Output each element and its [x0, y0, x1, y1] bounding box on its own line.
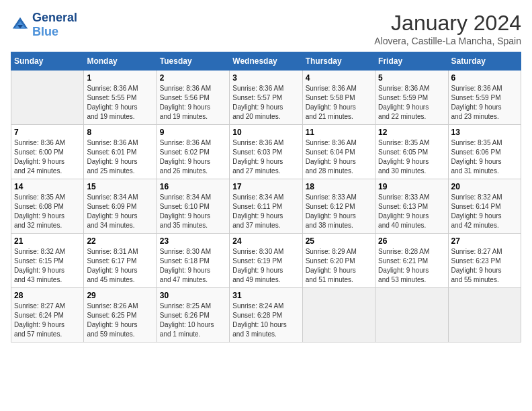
day-info: Sunrise: 8:36 AM Sunset: 5:56 PM Dayligh… [160, 84, 226, 122]
day-number: 20 [451, 182, 518, 191]
table-row [11, 71, 84, 125]
col-friday: Friday [375, 52, 448, 71]
day-number: 8 [87, 128, 153, 137]
calendar-title: January 2024 [374, 11, 521, 36]
calendar-week-row: 28Sunrise: 8:27 AM Sunset: 6:24 PM Dayli… [11, 288, 521, 342]
day-number: 6 [451, 73, 518, 83]
table-row: 29Sunrise: 8:26 AM Sunset: 6:25 PM Dayli… [84, 288, 157, 342]
day-info: Sunrise: 8:32 AM Sunset: 6:14 PM Dayligh… [451, 193, 518, 230]
col-wednesday: Wednesday [230, 52, 302, 71]
col-thursday: Thursday [302, 52, 375, 71]
calendar-table: Sunday Monday Tuesday Wednesday Thursday… [11, 52, 521, 342]
table-row [448, 288, 521, 342]
day-number: 21 [14, 236, 81, 246]
day-number: 3 [232, 73, 299, 83]
table-row: 12Sunrise: 8:35 AM Sunset: 6:05 PM Dayli… [375, 125, 448, 179]
day-info: Sunrise: 8:36 AM Sunset: 6:02 PM Dayligh… [160, 138, 226, 176]
day-number: 28 [14, 291, 81, 300]
day-info: Sunrise: 8:36 AM Sunset: 6:03 PM Dayligh… [232, 138, 299, 176]
col-monday: Monday [84, 52, 157, 71]
table-row [302, 288, 375, 342]
table-row: 8Sunrise: 8:36 AM Sunset: 6:01 PM Daylig… [84, 125, 157, 179]
day-info: Sunrise: 8:31 AM Sunset: 6:17 PM Dayligh… [87, 247, 153, 285]
day-info: Sunrise: 8:36 AM Sunset: 6:01 PM Dayligh… [87, 138, 153, 176]
day-number: 22 [87, 236, 153, 246]
table-row: 10Sunrise: 8:36 AM Sunset: 6:03 PM Dayli… [230, 125, 302, 179]
col-saturday: Saturday [448, 52, 521, 71]
day-number: 16 [160, 182, 226, 191]
day-number: 14 [14, 182, 81, 191]
day-info: Sunrise: 8:34 AM Sunset: 6:09 PM Dayligh… [87, 193, 153, 230]
day-number: 11 [306, 128, 372, 137]
day-info: Sunrise: 8:24 AM Sunset: 6:28 PM Dayligh… [232, 302, 299, 339]
day-number: 18 [306, 182, 372, 191]
day-info: Sunrise: 8:28 AM Sunset: 6:21 PM Dayligh… [378, 247, 445, 285]
day-info: Sunrise: 8:36 AM Sunset: 5:59 PM Dayligh… [451, 84, 518, 122]
table-row: 19Sunrise: 8:33 AM Sunset: 6:13 PM Dayli… [375, 179, 448, 234]
day-info: Sunrise: 8:29 AM Sunset: 6:20 PM Dayligh… [306, 247, 372, 285]
table-row: 3Sunrise: 8:36 AM Sunset: 5:57 PM Daylig… [230, 71, 302, 125]
day-number: 4 [306, 73, 372, 83]
day-info: Sunrise: 8:30 AM Sunset: 6:19 PM Dayligh… [232, 247, 299, 285]
day-info: Sunrise: 8:36 AM Sunset: 5:57 PM Dayligh… [232, 84, 299, 122]
day-info: Sunrise: 8:35 AM Sunset: 6:05 PM Dayligh… [378, 138, 445, 176]
day-info: Sunrise: 8:36 AM Sunset: 5:58 PM Dayligh… [306, 84, 372, 122]
table-row: 25Sunrise: 8:29 AM Sunset: 6:20 PM Dayli… [302, 234, 375, 288]
day-number: 13 [451, 128, 518, 137]
table-row: 4Sunrise: 8:36 AM Sunset: 5:58 PM Daylig… [302, 71, 375, 125]
logo: General Blue [11, 11, 77, 39]
day-info: Sunrise: 8:33 AM Sunset: 6:12 PM Dayligh… [306, 193, 372, 230]
logo-icon [11, 15, 30, 34]
table-row: 24Sunrise: 8:30 AM Sunset: 6:19 PM Dayli… [230, 234, 302, 288]
calendar-week-row: 1Sunrise: 8:36 AM Sunset: 5:55 PM Daylig… [11, 71, 521, 125]
col-sunday: Sunday [11, 52, 84, 71]
day-number: 27 [451, 236, 518, 246]
day-number: 26 [378, 236, 445, 246]
calendar-week-row: 7Sunrise: 8:36 AM Sunset: 6:00 PM Daylig… [11, 125, 521, 179]
table-row: 6Sunrise: 8:36 AM Sunset: 5:59 PM Daylig… [448, 71, 521, 125]
day-number: 10 [232, 128, 299, 137]
day-number: 25 [306, 236, 372, 246]
table-row: 23Sunrise: 8:30 AM Sunset: 6:18 PM Dayli… [157, 234, 229, 288]
table-row: 14Sunrise: 8:35 AM Sunset: 6:08 PM Dayli… [11, 179, 84, 234]
table-row: 7Sunrise: 8:36 AM Sunset: 6:00 PM Daylig… [11, 125, 84, 179]
table-row: 20Sunrise: 8:32 AM Sunset: 6:14 PM Dayli… [448, 179, 521, 234]
day-number: 15 [87, 182, 153, 191]
day-number: 31 [232, 291, 299, 300]
calendar-subtitle: Alovera, Castille-La Mancha, Spain [374, 36, 521, 46]
day-info: Sunrise: 8:27 AM Sunset: 6:24 PM Dayligh… [14, 302, 81, 339]
table-row [375, 288, 448, 342]
logo-text: General Blue [32, 11, 77, 39]
day-info: Sunrise: 8:30 AM Sunset: 6:18 PM Dayligh… [160, 247, 226, 285]
day-info: Sunrise: 8:27 AM Sunset: 6:23 PM Dayligh… [451, 247, 518, 285]
title-section: January 2024 Alovera, Castille-La Mancha… [374, 11, 521, 46]
day-info: Sunrise: 8:26 AM Sunset: 6:25 PM Dayligh… [87, 302, 153, 339]
day-number: 12 [378, 128, 445, 137]
table-row: 5Sunrise: 8:36 AM Sunset: 5:59 PM Daylig… [375, 71, 448, 125]
day-number: 1 [87, 73, 153, 83]
calendar-header-row: Sunday Monday Tuesday Wednesday Thursday… [11, 52, 521, 71]
day-number: 7 [14, 128, 81, 137]
table-row: 18Sunrise: 8:33 AM Sunset: 6:12 PM Dayli… [302, 179, 375, 234]
day-info: Sunrise: 8:36 AM Sunset: 5:59 PM Dayligh… [378, 84, 445, 122]
day-number: 19 [378, 182, 445, 191]
table-row: 2Sunrise: 8:36 AM Sunset: 5:56 PM Daylig… [157, 71, 229, 125]
day-info: Sunrise: 8:25 AM Sunset: 6:26 PM Dayligh… [160, 302, 226, 339]
day-info: Sunrise: 8:34 AM Sunset: 6:11 PM Dayligh… [232, 193, 299, 230]
page-header: General Blue January 2024 Alovera, Casti… [11, 11, 521, 46]
day-info: Sunrise: 8:34 AM Sunset: 6:10 PM Dayligh… [160, 193, 226, 230]
table-row: 22Sunrise: 8:31 AM Sunset: 6:17 PM Dayli… [84, 234, 157, 288]
table-row: 30Sunrise: 8:25 AM Sunset: 6:26 PM Dayli… [157, 288, 229, 342]
day-info: Sunrise: 8:36 AM Sunset: 6:04 PM Dayligh… [306, 138, 372, 176]
table-row: 9Sunrise: 8:36 AM Sunset: 6:02 PM Daylig… [157, 125, 229, 179]
table-row: 16Sunrise: 8:34 AM Sunset: 6:10 PM Dayli… [157, 179, 229, 234]
day-info: Sunrise: 8:33 AM Sunset: 6:13 PM Dayligh… [378, 193, 445, 230]
day-number: 17 [232, 182, 299, 191]
table-row: 21Sunrise: 8:32 AM Sunset: 6:15 PM Dayli… [11, 234, 84, 288]
table-row: 11Sunrise: 8:36 AM Sunset: 6:04 PM Dayli… [302, 125, 375, 179]
table-row: 1Sunrise: 8:36 AM Sunset: 5:55 PM Daylig… [84, 71, 157, 125]
table-row: 17Sunrise: 8:34 AM Sunset: 6:11 PM Dayli… [230, 179, 302, 234]
table-row: 13Sunrise: 8:35 AM Sunset: 6:06 PM Dayli… [448, 125, 521, 179]
day-number: 5 [378, 73, 445, 83]
day-number: 9 [160, 128, 226, 137]
